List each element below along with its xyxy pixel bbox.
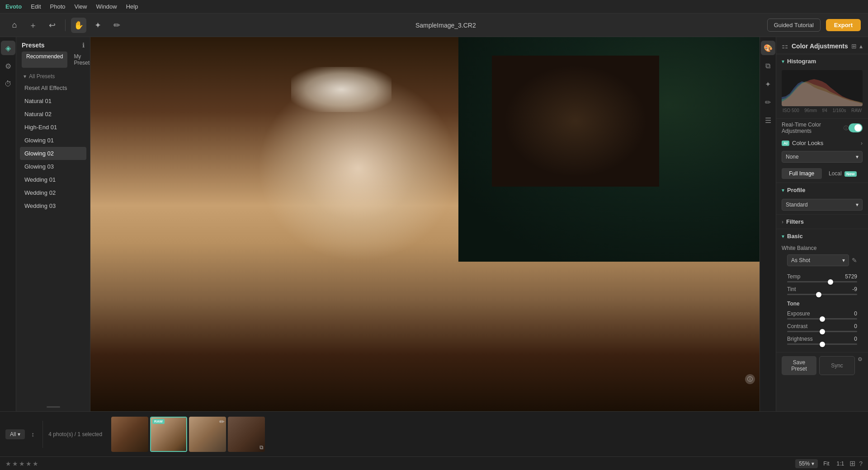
ai-looks-label: Color Looks: [792, 140, 858, 146]
exposure-value: 0: [854, 310, 857, 317]
star-3[interactable]: ★: [19, 460, 25, 467]
move-tool[interactable]: ✋: [71, 18, 86, 33]
wb-dropdown[interactable]: As Shot ▾: [787, 254, 849, 266]
sidebar-history-icon[interactable]: ⏱: [1, 77, 15, 91]
all-presets-label[interactable]: ▾ All Presets: [20, 71, 86, 81]
tint-track[interactable]: [787, 294, 857, 295]
tone-label: Tone: [782, 297, 863, 309]
chevron-up-icon[interactable]: ▴: [859, 42, 863, 50]
adjustments-panel: ⚏ Color Adjustments ⊞ ▴ ▾ Histogram: [776, 37, 868, 411]
menu-window[interactable]: Window: [96, 3, 117, 10]
heal-tool[interactable]: ✦: [90, 18, 105, 33]
preset-highend-01[interactable]: High-End 01: [20, 121, 86, 134]
tint-thumb[interactable]: [816, 292, 821, 297]
preset-wedding-01[interactable]: Wedding 01: [20, 173, 86, 186]
profile-header[interactable]: ▾ Profile: [776, 183, 868, 197]
star-4[interactable]: ★: [26, 460, 32, 467]
right-compare-icon[interactable]: ⧉: [761, 59, 775, 73]
sync-button[interactable]: Sync: [819, 356, 855, 375]
status-right: 55% ▾ Fit 1:1 ⊞ ?: [795, 459, 863, 468]
filmstrip-count: 4 photo(s) / 1 selected: [43, 431, 108, 437]
right-ai-icon[interactable]: ✦: [761, 77, 775, 91]
image-info-icon[interactable]: ⓘ: [745, 374, 755, 384]
preset-glowing-03[interactable]: Glowing 03: [20, 160, 86, 173]
save-preset-button[interactable]: Save Preset: [782, 356, 816, 375]
sidebar-presets-icon[interactable]: ◈: [1, 41, 15, 55]
star-2[interactable]: ★: [12, 460, 18, 467]
menu-photo[interactable]: Photo: [50, 3, 66, 10]
sidebar-tools-icon[interactable]: ⚙: [1, 59, 15, 73]
preset-natural-01[interactable]: Natural 01: [20, 94, 86, 108]
guided-tutorial-button[interactable]: Guided Tutorial: [767, 19, 821, 32]
brightness-track[interactable]: [787, 343, 857, 345]
scope-full-image[interactable]: Full Image: [782, 168, 822, 179]
preset-wedding-02[interactable]: Wedding 02: [20, 186, 86, 199]
export-button[interactable]: Export: [826, 19, 861, 31]
brightness-thumb[interactable]: [820, 342, 825, 347]
thumb-3[interactable]: ✏: [189, 417, 226, 452]
zoom-select[interactable]: 55% ▾: [795, 459, 818, 468]
exposure-thumb[interactable]: [820, 316, 825, 322]
contrast-track[interactable]: [787, 331, 857, 332]
status-left: ★ ★ ★ ★ ★: [5, 460, 38, 467]
star-5[interactable]: ★: [33, 460, 38, 467]
right-info-icon[interactable]: ☰: [761, 113, 775, 127]
tab-my-presets[interactable]: My Presets: [69, 52, 90, 68]
menu-view[interactable]: View: [75, 3, 87, 10]
histogram-fstop: f/4: [822, 108, 827, 113]
tab-recommended[interactable]: Recommended: [22, 52, 67, 68]
histogram-header[interactable]: ▾ Histogram: [776, 54, 868, 68]
right-color-icon[interactable]: 🎨: [761, 41, 775, 55]
chevron-down-icon: ▾: [18, 431, 20, 437]
exposure-track[interactable]: [787, 318, 857, 320]
temp-track[interactable]: [787, 281, 857, 282]
image-area: ⓘ: [90, 37, 760, 411]
ai-looks-header[interactable]: AI Color Looks ›: [776, 137, 868, 149]
filmstrip-sort-btn[interactable]: ↕: [28, 429, 37, 440]
contrast-thumb[interactable]: [820, 329, 825, 334]
temp-thumb[interactable]: [828, 279, 833, 285]
preset-wedding-03[interactable]: Wedding 03: [20, 199, 86, 212]
filters-header[interactable]: › Filters: [776, 215, 868, 229]
edit-badge: ✏: [219, 418, 225, 425]
preset-natural-02[interactable]: Natural 02: [20, 108, 86, 121]
chevron-down-icon: ▾: [842, 257, 845, 263]
reset-all-effects[interactable]: Reset All Effects: [20, 81, 86, 94]
temp-slider-row: Temp 5729: [782, 272, 863, 284]
expand-icon[interactable]: ⊞: [851, 42, 857, 50]
presets-info-icon[interactable]: ℹ: [82, 42, 85, 49]
wb-row: As Shot ▾ ✎: [782, 253, 863, 270]
brush-tool[interactable]: ✏: [109, 18, 124, 33]
preset-glowing-02[interactable]: Glowing 02: [20, 147, 86, 160]
one-to-one-button[interactable]: 1:1: [835, 460, 846, 468]
menu-help[interactable]: Help: [126, 3, 138, 10]
help-icon[interactable]: ?: [859, 460, 863, 467]
scope-local[interactable]: Local New: [823, 168, 863, 179]
ai-looks-dropdown[interactable]: None ▾: [782, 151, 863, 163]
preset-glowing-01[interactable]: Glowing 01: [20, 134, 86, 147]
undo-button[interactable]: ↩: [44, 18, 60, 33]
right-edit-icon[interactable]: ✏: [761, 95, 775, 109]
wb-edit-icon[interactable]: ✎: [852, 257, 857, 264]
fit-button[interactable]: Fit: [821, 460, 831, 468]
realtime-info-icon[interactable]: ⓘ: [844, 125, 849, 132]
profile-dropdown[interactable]: Standard ▾: [782, 199, 863, 211]
star-1[interactable]: ★: [5, 460, 11, 467]
presets-panel: Presets ℹ Recommended My Presets ▾ All P…: [16, 37, 90, 411]
realtime-toggle[interactable]: [849, 123, 863, 132]
grid-view-button[interactable]: ⊞: [849, 459, 855, 468]
basic-section: ▾ Basic White Balance As Shot: [776, 229, 868, 352]
presets-tabs: Recommended My Presets: [16, 52, 90, 68]
histogram-shutter: 1/160s: [832, 108, 846, 113]
basic-header[interactable]: ▾ Basic: [776, 229, 868, 243]
home-button[interactable]: ⌂: [7, 18, 22, 33]
thumb-2[interactable]: RAW: [150, 417, 187, 452]
adj-header-left: ⚏ Color Adjustments: [782, 42, 848, 50]
adj-info-icon[interactable]: ⚙: [858, 356, 863, 375]
menu-edit[interactable]: Edit: [31, 3, 41, 10]
thumb-1[interactable]: [111, 417, 148, 452]
filmstrip-filter-btn[interactable]: All ▾: [5, 429, 25, 439]
add-button[interactable]: ＋: [25, 18, 41, 33]
thumb-4[interactable]: ⧉: [228, 417, 265, 452]
adj-title: Color Adjustments: [792, 42, 848, 50]
